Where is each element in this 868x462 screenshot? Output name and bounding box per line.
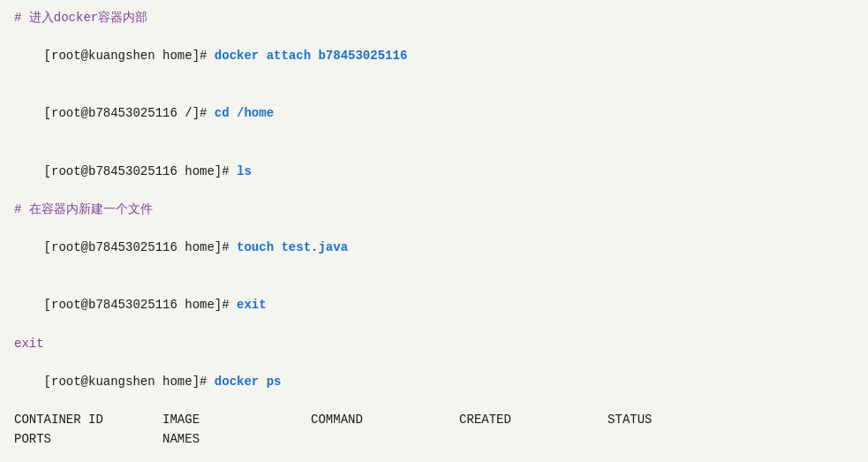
cmd-docker-ps-a: [root@kuangshen home]# docker ps -a [14, 450, 854, 462]
prompt: [root@b78453025116 home]# [44, 240, 237, 254]
command-text: touch test.java [237, 240, 348, 254]
cmd-cd: [root@b78453025116 /]# cd /home [14, 86, 854, 143]
exit-output: exit [14, 335, 854, 354]
command-text: cd /home [215, 106, 274, 120]
prompt: [root@kuangshen home]# [44, 49, 215, 63]
cmd-attach: [root@kuangshen home]# docker attach b78… [14, 28, 854, 86]
cmd-docker-ps: [root@kuangshen home]# docker ps [14, 353, 854, 411]
prompt: [root@b78453025116 home]# [44, 298, 237, 312]
ps-header-1a: CONTAINER ID IMAGE COMMAND CREATED STATU… [14, 411, 854, 430]
comment-enter-docker: # 进入docker容器内部 [14, 9, 854, 28]
command-text: exit [237, 298, 267, 312]
cmd-touch: [root@b78453025116 home]# touch test.jav… [14, 220, 854, 277]
comment-newfile: # 在容器内新建一个文件 [14, 201, 854, 220]
prompt: [root@kuangshen home]# [44, 375, 215, 389]
ps-header-1b: PORTS NAMES [14, 430, 854, 450]
cmd-ls1: [root@b78453025116 home]# ls [14, 143, 854, 201]
prompt: [root@b78453025116 /]# [44, 106, 215, 120]
command-text: ls [237, 164, 252, 178]
command-text: docker ps [215, 375, 282, 389]
prompt: [root@b78453025116 home]# [44, 164, 237, 178]
terminal-output: # 进入docker容器内部 [root@kuangshen home]# do… [14, 9, 854, 462]
command-text: docker attach b78453025116 [215, 49, 407, 63]
cmd-exit: [root@b78453025116 home]# exit [14, 277, 854, 335]
